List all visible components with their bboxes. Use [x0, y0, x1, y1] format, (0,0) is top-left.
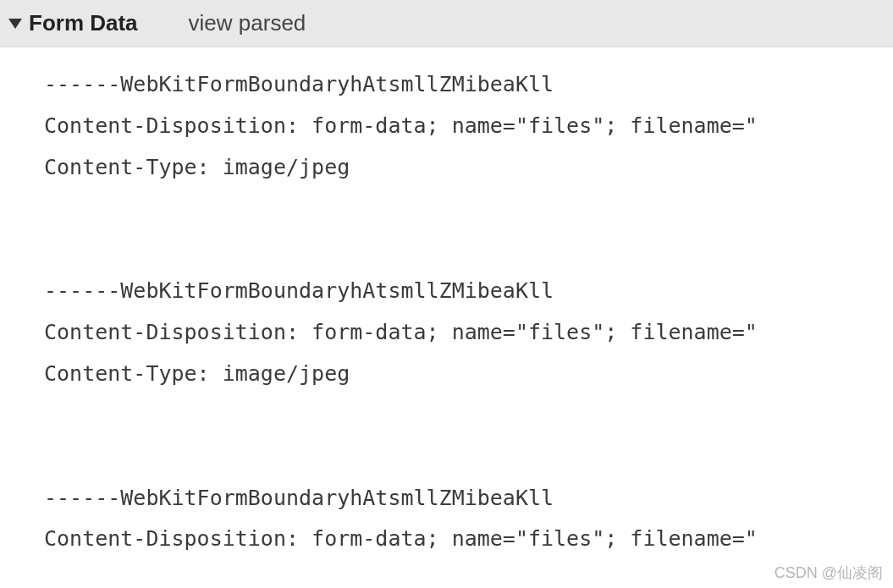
collapse-triangle-icon	[8, 19, 22, 29]
multipart-block: ------WebKitFormBoundaryhAtsmllZMibeaKll…	[44, 271, 893, 394]
boundary-line: ------WebKitFormBoundaryhAtsmllZMibeaKll	[44, 64, 893, 106]
section-header: Form Data view parsed	[0, 0, 893, 47]
form-data-toggle[interactable]: Form Data	[8, 10, 138, 36]
content-type-line: Content-Type: image/jpeg	[44, 147, 893, 189]
section-title: Form Data	[29, 10, 138, 36]
view-parsed-link[interactable]: view parsed	[189, 10, 306, 36]
disposition-line: Content-Disposition: form-data; name="fi…	[44, 312, 893, 354]
boundary-line: ------WebKitFormBoundaryhAtsmllZMibeaKll	[44, 271, 893, 312]
content-type-line: Content-Type: image/jpeg	[44, 354, 893, 395]
boundary-line: ------WebKitFormBoundaryhAtsmllZMibeaKll	[44, 478, 893, 519]
disposition-line: Content-Disposition: form-data; name="fi…	[44, 519, 893, 560]
request-payload: ------WebKitFormBoundaryhAtsmllZMibeaKll…	[0, 47, 893, 560]
multipart-block: ------WebKitFormBoundaryhAtsmllZMibeaKll…	[44, 478, 893, 561]
disposition-line: Content-Disposition: form-data; name="fi…	[44, 106, 893, 147]
watermark-text: CSDN @仙凌阁	[774, 563, 883, 583]
multipart-block: ------WebKitFormBoundaryhAtsmllZMibeaKll…	[44, 64, 893, 188]
